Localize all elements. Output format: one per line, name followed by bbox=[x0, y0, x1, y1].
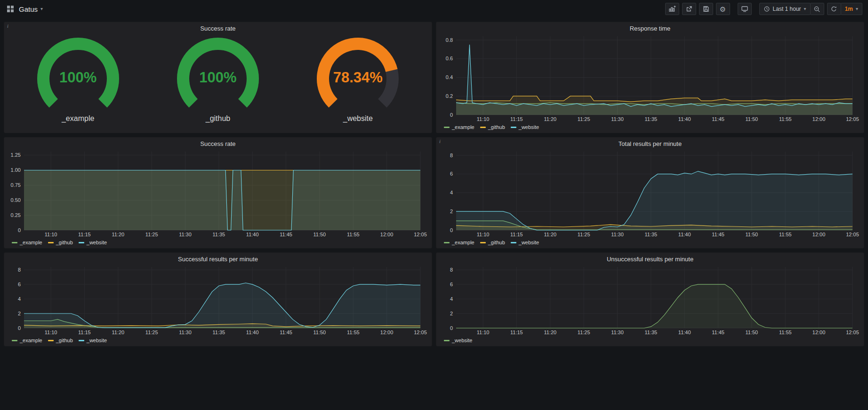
legend-color-dash bbox=[48, 340, 54, 341]
response-time-chart[interactable]: 11:1011:1511:2011:2511:3011:3511:4011:45… bbox=[440, 33, 860, 123]
svg-text:11:35: 11:35 bbox=[645, 116, 658, 122]
svg-text:1.25: 1.25 bbox=[11, 152, 21, 158]
add-panel-button[interactable] bbox=[665, 3, 679, 15]
svg-text:2: 2 bbox=[18, 311, 21, 316]
legend-item-website[interactable]: _website bbox=[444, 338, 472, 343]
refresh-controls: 1m ▾ bbox=[827, 3, 862, 15]
svg-text:12:00: 12:00 bbox=[380, 232, 394, 237]
save-button[interactable] bbox=[699, 3, 713, 15]
svg-text:12:00: 12:00 bbox=[812, 116, 826, 122]
svg-text:11:15: 11:15 bbox=[78, 330, 91, 335]
gauge-github: 100% _github bbox=[161, 37, 274, 123]
successful-results-chart[interactable]: 11:1011:1511:2011:2511:3011:3511:4011:45… bbox=[8, 264, 428, 337]
svg-text:11:30: 11:30 bbox=[179, 232, 192, 237]
legend-item-github[interactable]: _github bbox=[480, 240, 505, 245]
legend-color-dash bbox=[480, 242, 486, 243]
panel-title: Success rate bbox=[200, 140, 235, 147]
refresh-interval-picker[interactable]: 1m ▾ bbox=[841, 3, 862, 15]
legend-item-website[interactable]: _website bbox=[511, 124, 539, 130]
legend-item-github[interactable]: _github bbox=[480, 124, 505, 130]
svg-text:11:10: 11:10 bbox=[477, 232, 490, 237]
legend-item-example[interactable]: _example bbox=[444, 240, 474, 245]
apps-grid-icon[interactable] bbox=[6, 4, 15, 14]
svg-text:11:30: 11:30 bbox=[179, 330, 192, 335]
chart-legend: _example_github_website bbox=[8, 337, 428, 344]
legend-item-github[interactable]: _github bbox=[48, 338, 73, 343]
gauge-label: _github bbox=[161, 114, 274, 123]
legend-item-website[interactable]: _website bbox=[511, 240, 539, 245]
dashboard-title-dropdown[interactable]: Gatus ▾ bbox=[19, 5, 43, 13]
legend-color-dash bbox=[444, 127, 450, 128]
legend-item-github[interactable]: _github bbox=[48, 240, 73, 245]
panel-info-icon[interactable]: i bbox=[7, 23, 8, 29]
gauges-row: 100% _example 100% _github 78.34% _websi… bbox=[8, 33, 428, 131]
panel-header[interactable]: Success rate bbox=[8, 138, 428, 149]
svg-text:11:45: 11:45 bbox=[712, 116, 724, 122]
panel-header[interactable]: Unsuccessful results per minute bbox=[440, 254, 860, 264]
svg-text:11:35: 11:35 bbox=[213, 232, 225, 237]
refresh-icon bbox=[830, 6, 837, 13]
svg-text:0: 0 bbox=[18, 325, 21, 331]
unsuccessful-results-chart[interactable]: 11:1011:1511:2011:2511:3011:3511:4011:45… bbox=[440, 264, 860, 337]
svg-text:11:45: 11:45 bbox=[712, 330, 724, 335]
tv-mode-button[interactable] bbox=[738, 3, 752, 15]
apps-grid-glyph bbox=[7, 5, 14, 13]
legend-item-website[interactable]: _website bbox=[79, 338, 107, 343]
panel-title: Response time bbox=[630, 25, 671, 32]
chart-legend: _example_github_website bbox=[440, 239, 860, 246]
svg-text:12:05: 12:05 bbox=[846, 330, 859, 335]
svg-text:0: 0 bbox=[18, 227, 21, 233]
legend-color-dash bbox=[48, 242, 54, 243]
legend-item-website[interactable]: _website bbox=[79, 240, 107, 245]
settings-icon: ⚙ bbox=[720, 6, 726, 13]
svg-text:6: 6 bbox=[18, 281, 21, 287]
zoom-out-button[interactable] bbox=[810, 3, 824, 15]
svg-text:11:45: 11:45 bbox=[712, 232, 724, 237]
gauge-example: 100% _example bbox=[22, 37, 135, 123]
dashboard-title: Gatus bbox=[19, 5, 38, 13]
legend-color-dash bbox=[511, 127, 516, 128]
legend-item-example[interactable]: _example bbox=[12, 338, 42, 343]
panel-header[interactable]: Total results per minute bbox=[440, 138, 860, 149]
svg-text:11:10: 11:10 bbox=[477, 116, 490, 122]
total-results-chart[interactable]: 11:1011:1511:2011:2511:3011:3511:4011:45… bbox=[440, 149, 860, 239]
svg-text:11:15: 11:15 bbox=[510, 232, 523, 237]
panel-success-rate-gauges: i Success rate 100% _example 100% _githu… bbox=[4, 22, 432, 133]
svg-text:12:05: 12:05 bbox=[414, 232, 427, 237]
svg-text:11:55: 11:55 bbox=[779, 330, 792, 335]
panel-header[interactable]: Response time bbox=[440, 23, 860, 33]
navbar-left: Gatus ▾ bbox=[6, 4, 43, 14]
gauge-value: 100% bbox=[22, 69, 135, 86]
svg-text:11:40: 11:40 bbox=[246, 330, 259, 335]
legend-item-example[interactable]: _example bbox=[12, 240, 42, 245]
svg-text:8: 8 bbox=[450, 267, 453, 273]
panel-header[interactable]: Successful results per minute bbox=[8, 254, 428, 264]
tv-mode-icon bbox=[741, 5, 748, 13]
svg-text:11:55: 11:55 bbox=[779, 232, 792, 237]
panel-successful-results: Successful results per minute 11:1011:15… bbox=[4, 252, 432, 346]
svg-text:12:05: 12:05 bbox=[846, 116, 859, 122]
svg-text:11:10: 11:10 bbox=[477, 330, 490, 335]
panel-title: Unsuccessful results per minute bbox=[607, 256, 693, 263]
svg-text:11:25: 11:25 bbox=[578, 116, 590, 122]
svg-text:8: 8 bbox=[18, 267, 21, 273]
legend-color-dash bbox=[79, 242, 84, 243]
panel-info-icon[interactable]: i bbox=[439, 138, 441, 144]
time-range-picker[interactable]: Last 1 hour ▾ bbox=[759, 3, 811, 15]
svg-text:12:00: 12:00 bbox=[812, 330, 826, 335]
share-button[interactable] bbox=[682, 3, 696, 15]
svg-text:11:20: 11:20 bbox=[112, 330, 124, 335]
gauge-website: 78.34% _website bbox=[301, 37, 414, 123]
panel-success-rate-timeseries: Success rate 11:1011:1511:2011:2511:3011… bbox=[4, 137, 432, 249]
panel-header[interactable]: Success rate bbox=[8, 23, 428, 33]
panel-response-time: Response time 11:1011:1511:2011:2511:301… bbox=[436, 22, 864, 133]
svg-text:11:25: 11:25 bbox=[145, 232, 158, 237]
panel-total-results: i Total results per minute 11:1011:1511:… bbox=[436, 137, 864, 249]
success-rate-chart[interactable]: 11:1011:1511:2011:2511:3011:3511:4011:45… bbox=[8, 149, 428, 239]
gauge-label: _example bbox=[22, 114, 135, 123]
svg-text:0.8: 0.8 bbox=[446, 37, 453, 43]
legend-item-example[interactable]: _example bbox=[444, 124, 474, 130]
settings-button[interactable]: ⚙ bbox=[716, 3, 730, 15]
refresh-button[interactable] bbox=[827, 3, 841, 15]
svg-text:11:15: 11:15 bbox=[78, 232, 91, 237]
